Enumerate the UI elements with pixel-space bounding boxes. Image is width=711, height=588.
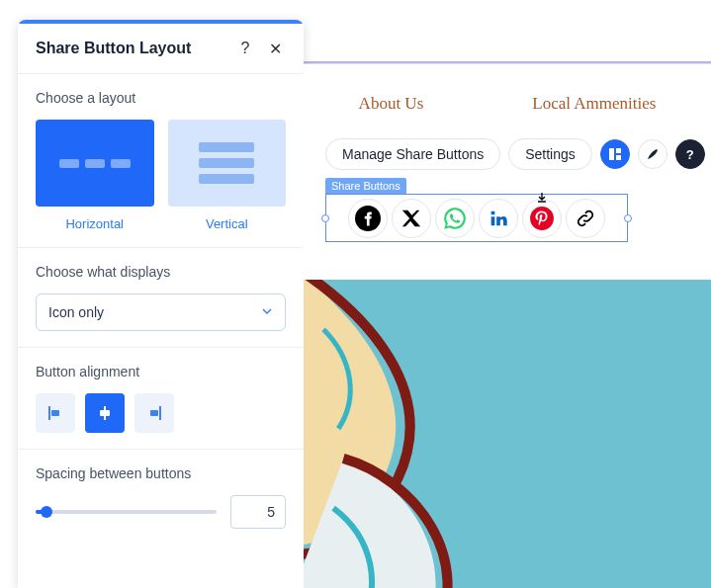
svg-rect-0 bbox=[48, 406, 50, 420]
pinterest-icon[interactable] bbox=[522, 199, 562, 238]
spacing-label: Spacing between buttons bbox=[36, 465, 286, 481]
brush-icon[interactable] bbox=[638, 139, 667, 169]
whatsapp-icon[interactable] bbox=[435, 199, 475, 238]
spacing-section: Spacing between buttons bbox=[18, 450, 304, 545]
align-right-button[interactable] bbox=[134, 393, 174, 433]
layout-option-label: Horizontal bbox=[65, 216, 124, 231]
layout-option-horizontal[interactable]: Horizontal bbox=[36, 120, 154, 231]
panel-title: Share Button Layout bbox=[36, 40, 226, 57]
chevron-down-icon bbox=[261, 304, 273, 320]
displays-select[interactable]: Icon only bbox=[36, 294, 286, 331]
site-nav: About Us Local Ammenities bbox=[304, 64, 711, 114]
share-layout-panel: Share Button Layout ? ✕ Choose a layout … bbox=[18, 20, 304, 588]
layout-option-vertical[interactable]: Vertical bbox=[168, 120, 287, 231]
facebook-icon[interactable] bbox=[348, 199, 388, 238]
link-icon[interactable] bbox=[566, 199, 605, 238]
layout-label: Choose a layout bbox=[36, 90, 286, 106]
svg-rect-1 bbox=[51, 410, 59, 416]
resize-handle-right[interactable] bbox=[624, 214, 632, 222]
layout-option-label: Vertical bbox=[206, 216, 248, 231]
svg-rect-8 bbox=[616, 155, 621, 160]
svg-rect-3 bbox=[100, 410, 110, 416]
align-left-button[interactable] bbox=[36, 393, 75, 433]
linkedin-icon[interactable] bbox=[479, 199, 518, 238]
layout-section: Choose a layout Horizontal Vertical bbox=[18, 74, 304, 248]
help-circle-icon[interactable]: ? bbox=[675, 139, 705, 169]
close-icon[interactable]: ✕ bbox=[264, 38, 286, 59]
align-center-button[interactable] bbox=[85, 393, 125, 433]
displays-value: Icon only bbox=[48, 304, 104, 320]
widget-toolbar: Manage Share Buttons Settings ? bbox=[325, 138, 705, 170]
alignment-label: Button alignment bbox=[36, 364, 286, 379]
nav-about[interactable]: About Us bbox=[359, 94, 424, 114]
displays-label: Choose what displays bbox=[36, 264, 286, 280]
displays-section: Choose what displays Icon only bbox=[18, 248, 304, 348]
svg-point-10 bbox=[530, 207, 554, 230]
layout-preview-horizontal bbox=[36, 120, 154, 207]
spacing-slider[interactable] bbox=[36, 510, 217, 514]
hero-image bbox=[304, 280, 711, 588]
help-icon[interactable]: ? bbox=[234, 38, 256, 59]
canvas-area: About Us Local Ammenities Manage Share B… bbox=[304, 64, 711, 588]
svg-rect-7 bbox=[616, 148, 621, 153]
alignment-section: Button alignment bbox=[18, 348, 304, 450]
svg-rect-5 bbox=[150, 410, 158, 416]
design-icon[interactable] bbox=[600, 139, 630, 169]
download-indicator-icon bbox=[536, 190, 548, 208]
widget-badge: Share Buttons bbox=[325, 178, 406, 194]
layout-preview-vertical bbox=[168, 120, 287, 207]
svg-rect-6 bbox=[609, 148, 614, 160]
share-buttons-widget[interactable] bbox=[325, 194, 628, 242]
x-twitter-icon[interactable] bbox=[392, 199, 431, 238]
resize-handle-left[interactable] bbox=[321, 214, 329, 222]
settings-button[interactable]: Settings bbox=[508, 138, 592, 170]
panel-header: Share Button Layout ? ✕ bbox=[18, 24, 304, 74]
spacing-input[interactable] bbox=[230, 495, 286, 529]
nav-amenities[interactable]: Local Ammenities bbox=[532, 94, 656, 114]
manage-share-button[interactable]: Manage Share Buttons bbox=[325, 138, 500, 170]
svg-rect-4 bbox=[159, 406, 161, 420]
